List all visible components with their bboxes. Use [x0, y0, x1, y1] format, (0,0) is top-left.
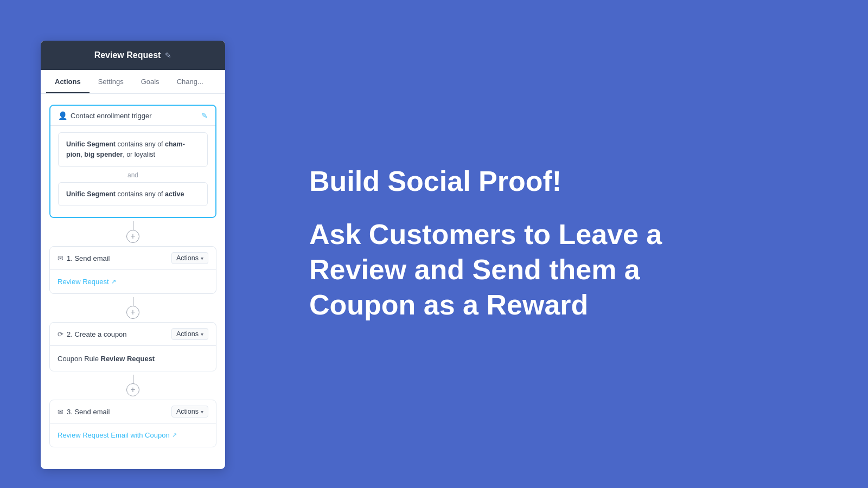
condition-2: Unific Segment contains any of active: [58, 182, 208, 207]
add-step-2-button[interactable]: +: [126, 306, 139, 319]
action-2-bold: Review Request: [101, 355, 155, 363]
action-block-3: ✉ 3. Send email Actions ▾ Review Request…: [49, 400, 216, 447]
connector-line-2: [133, 297, 133, 306]
left-panel: Review Request ✎ Actions Settings Goals …: [0, 0, 266, 488]
condition-2-value: active: [165, 190, 184, 198]
action-1-link-text: Review Request: [58, 278, 109, 286]
trigger-edit-icon[interactable]: ✎: [201, 111, 208, 120]
external-icon-1: ↗: [111, 278, 116, 285]
email-icon-1: ✉: [58, 254, 63, 262]
connector-line-1: [133, 221, 133, 230]
contact-icon: 👤: [58, 111, 67, 120]
workflow-card: Review Request ✎ Actions Settings Goals …: [41, 41, 225, 469]
action-2-text: Coupon Rule Review Request: [58, 355, 155, 363]
action-1-label: 1. Send email: [67, 254, 110, 262]
trigger-header-left: 👤 Contact enrollment trigger: [58, 111, 152, 120]
action-3-dropdown-label: Actions: [176, 408, 199, 415]
headline: Build Social Proof!: [309, 165, 689, 198]
action-2-dropdown-label: Actions: [176, 330, 199, 338]
chevron-icon-3: ▾: [201, 409, 203, 415]
action-3-header: ✉ 3. Send email Actions ▾: [50, 400, 216, 423]
condition-2-segment: Unific Segment: [66, 190, 116, 198]
coupon-icon: ⟳: [58, 330, 63, 338]
workflow-body: 👤 Contact enrollment trigger ✎ Unific Se…: [41, 94, 225, 469]
action-1-body: Review Request ↗: [50, 270, 216, 293]
workflow-tabs: Actions Settings Goals Chang...: [41, 70, 225, 94]
action-3-label: 3. Send email: [67, 408, 110, 416]
add-step-3-button[interactable]: +: [126, 383, 139, 396]
trigger-header: 👤 Contact enrollment trigger ✎: [50, 106, 215, 126]
tab-goals[interactable]: Goals: [132, 70, 168, 93]
email-icon-2: ✉: [58, 408, 63, 416]
action-1-dropdown-label: Actions: [176, 254, 199, 262]
action-2-header-left: ⟳ 2. Create a coupon: [58, 330, 127, 338]
right-panel: Build Social Proof! Ask Customers to Lea…: [266, 0, 868, 488]
tab-actions[interactable]: Actions: [46, 70, 90, 93]
trigger-block: 👤 Contact enrollment trigger ✎ Unific Se…: [49, 105, 216, 218]
action-block-2: ⟳ 2. Create a coupon Actions ▾ Coupon Ru…: [49, 322, 216, 371]
workflow-header: Review Request ✎: [41, 41, 225, 70]
subheadline: Ask Customers to Leave a Review and Send…: [309, 217, 689, 323]
condition-1: Unific Segment contains any of cham-pion…: [58, 132, 208, 167]
tab-changes[interactable]: Chang...: [168, 70, 212, 93]
add-step-1-button[interactable]: +: [126, 230, 139, 243]
action-1-header-left: ✉ 1. Send email: [58, 254, 110, 262]
chevron-icon-2: ▾: [201, 331, 203, 337]
action-3-header-left: ✉ 3. Send email: [58, 408, 110, 416]
action-3-dropdown[interactable]: Actions ▾: [171, 406, 208, 418]
connector-line-3: [133, 375, 133, 383]
action-1-link[interactable]: Review Request ↗: [58, 278, 208, 286]
condition-1-segment: Unific Segment: [66, 140, 116, 148]
action-block-1: ✉ 1. Send email Actions ▾ Review Request…: [49, 246, 216, 294]
action-2-dropdown[interactable]: Actions ▾: [171, 328, 208, 340]
action-2-label: 2. Create a coupon: [67, 330, 127, 338]
action-3-link[interactable]: Review Request Email with Coupon ↗: [58, 431, 208, 439]
action-1-dropdown[interactable]: Actions ▾: [171, 252, 208, 264]
trigger-label: Contact enrollment trigger: [71, 112, 152, 120]
right-content: Build Social Proof! Ask Customers to Lea…: [309, 165, 689, 323]
action-1-header: ✉ 1. Send email Actions ▾: [50, 247, 216, 270]
connector-1: +: [126, 221, 139, 243]
action-3-body: Review Request Email with Coupon ↗: [50, 423, 216, 447]
trigger-conditions: Unific Segment contains any of cham-pion…: [50, 126, 215, 217]
edit-title-icon[interactable]: ✎: [165, 51, 171, 60]
external-icon-3: ↗: [172, 432, 177, 439]
connector-2: +: [126, 297, 139, 319]
action-2-header: ⟳ 2. Create a coupon Actions ▾: [50, 323, 216, 346]
condition-1-value2: big spender: [84, 151, 123, 158]
workflow-title: Review Request: [94, 50, 161, 60]
condition-and: and: [58, 171, 208, 179]
chevron-icon-1: ▾: [201, 255, 203, 261]
action-2-body: Coupon Rule Review Request: [50, 346, 216, 371]
connector-3: +: [126, 375, 139, 396]
action-3-link-text: Review Request Email with Coupon: [58, 431, 170, 439]
tab-settings[interactable]: Settings: [90, 70, 132, 93]
